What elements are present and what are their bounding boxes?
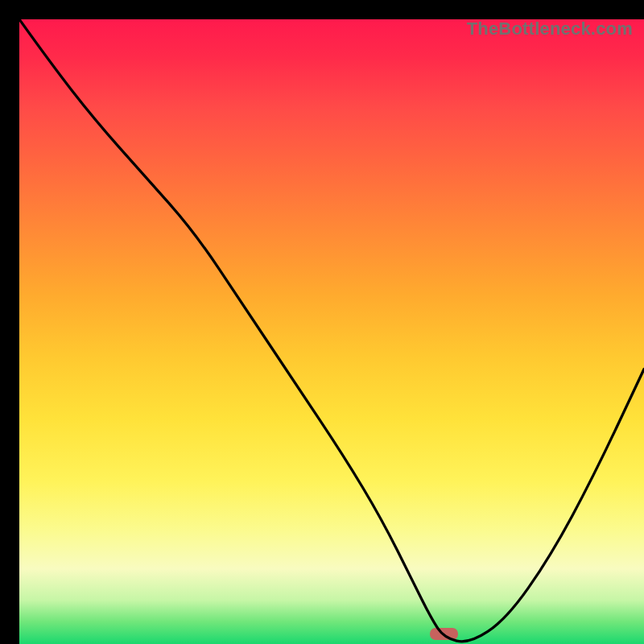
bottleneck-curve	[19, 19, 644, 644]
chart-frame: TheBottleneck.com	[0, 0, 644, 644]
plot-area: TheBottleneck.com	[19, 19, 644, 644]
watermark-text: TheBottleneck.com	[467, 19, 633, 39]
